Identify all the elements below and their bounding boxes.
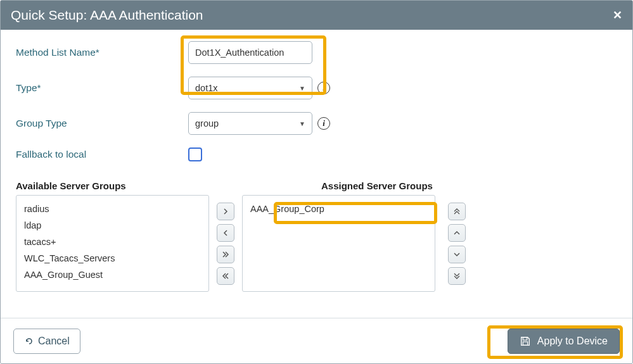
method-list-name-input[interactable] xyxy=(188,41,312,64)
undo-icon xyxy=(24,336,34,346)
label-group-type: Group Type xyxy=(16,118,188,129)
chevron-top-icon xyxy=(454,208,460,215)
list-item[interactable]: radius xyxy=(24,201,201,217)
double-chevron-left-icon xyxy=(222,273,229,279)
move-bottom-button[interactable] xyxy=(448,267,466,285)
dialog-footer: Cancel Apply to Device xyxy=(1,318,632,363)
info-icon[interactable]: i xyxy=(317,117,330,130)
row-type: Type* dot1x ▼ i xyxy=(16,77,617,99)
transfer-buttons xyxy=(217,195,234,285)
move-down-button[interactable] xyxy=(448,246,466,263)
chevron-down-icon: ▼ xyxy=(299,120,305,127)
fallback-checkbox[interactable] xyxy=(188,147,202,161)
label-type: Type* xyxy=(16,82,188,94)
chevron-left-icon xyxy=(222,230,229,236)
move-left-button[interactable] xyxy=(217,224,234,242)
aaa-auth-dialog: Quick Setup: AAA Authentication ✕ Method… xyxy=(0,0,633,364)
chevron-down-icon: ▼ xyxy=(299,85,305,92)
cancel-button[interactable]: Cancel xyxy=(13,329,80,354)
group-type-select[interactable]: group ▼ xyxy=(188,112,312,135)
row-group-type: Group Type group ▼ i xyxy=(16,112,617,135)
dialog-title: Quick Setup: AAA Authentication xyxy=(11,8,203,23)
save-icon xyxy=(520,336,531,347)
close-icon[interactable]: ✕ xyxy=(613,8,622,22)
svg-rect-1 xyxy=(523,341,527,344)
dialog-body: Method List Name* Type* dot1x ▼ i Group … xyxy=(1,30,632,318)
list-item[interactable]: ldap xyxy=(24,217,201,234)
type-select-value: dot1x xyxy=(195,83,217,93)
chevron-right-icon xyxy=(222,208,229,215)
assigned-listbox[interactable]: AAA_Group_Corp xyxy=(242,195,435,292)
move-all-left-button[interactable] xyxy=(217,267,234,285)
double-chevron-right-icon xyxy=(222,251,229,258)
list-item[interactable]: AAA_Group_Corp xyxy=(250,201,427,217)
cancel-label: Cancel xyxy=(38,336,70,347)
move-all-right-button[interactable] xyxy=(217,246,234,263)
type-select[interactable]: dot1x ▼ xyxy=(188,77,312,99)
move-up-button[interactable] xyxy=(448,224,466,242)
assigned-header: Assigned Server Groups xyxy=(321,180,433,191)
dialog-titlebar: Quick Setup: AAA Authentication ✕ xyxy=(1,1,632,30)
apply-button[interactable]: Apply to Device xyxy=(508,329,620,354)
list-headers: Available Server Groups Assigned Server … xyxy=(16,180,617,191)
lists-row: radius ldap tacacs+ WLC_Tacacs_Servers A… xyxy=(16,195,617,292)
info-icon[interactable]: i xyxy=(317,82,330,94)
row-fallback: Fallback to local xyxy=(16,147,617,161)
chevron-up-icon xyxy=(454,230,460,236)
row-method-list-name: Method List Name* xyxy=(16,41,617,64)
chevron-bottom-icon xyxy=(454,272,460,280)
list-item[interactable]: tacacs+ xyxy=(24,234,201,250)
available-listbox[interactable]: radius ldap tacacs+ WLC_Tacacs_Servers A… xyxy=(16,195,209,292)
list-item[interactable]: AAA_Group_Guest xyxy=(24,267,201,283)
server-groups-area: Available Server Groups Assigned Server … xyxy=(16,174,617,292)
label-fallback: Fallback to local xyxy=(16,149,188,160)
label-method-list-name: Method List Name* xyxy=(16,47,188,58)
available-header: Available Server Groups xyxy=(16,180,277,191)
move-right-button[interactable] xyxy=(217,203,234,220)
group-type-select-value: group xyxy=(195,118,219,129)
move-top-button[interactable] xyxy=(448,203,466,220)
order-buttons xyxy=(448,195,466,285)
list-item[interactable]: WLC_Tacacs_Servers xyxy=(24,250,201,267)
chevron-down-icon xyxy=(454,251,460,258)
apply-label: Apply to Device xyxy=(537,336,608,347)
